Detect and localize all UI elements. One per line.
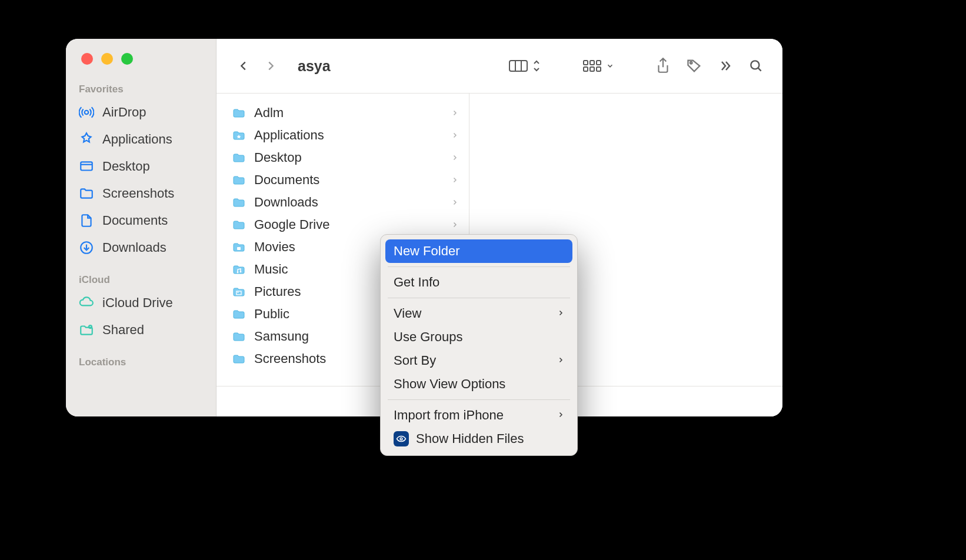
folder-icon	[231, 218, 247, 232]
svg-rect-9	[590, 61, 594, 65]
more-button[interactable]	[713, 55, 738, 76]
minimize-button[interactable]	[101, 53, 113, 65]
shared-folder-icon	[79, 322, 94, 338]
folder-icon	[231, 240, 247, 254]
document-icon	[79, 213, 94, 228]
traffic-lights	[66, 53, 216, 84]
menu-item[interactable]: New Folder	[385, 239, 572, 263]
svg-line-16	[758, 68, 761, 71]
toolbar: asya	[216, 39, 782, 93]
svg-rect-5	[509, 61, 527, 71]
folder-icon	[231, 106, 247, 120]
apps-icon	[79, 132, 94, 147]
chevron-right-icon	[451, 219, 458, 230]
zoom-button[interactable]	[121, 53, 133, 65]
svg-point-18	[237, 272, 239, 274]
menu-item[interactable]: Import from iPhone	[385, 404, 572, 427]
svg-rect-8	[584, 61, 588, 65]
folder-icon	[79, 186, 94, 201]
menu-item-label: Show View Options	[394, 376, 505, 392]
file-row[interactable]: Applications	[222, 124, 463, 146]
sidebar-item-label: Downloads	[102, 240, 166, 255]
file-row[interactable]: Downloads	[222, 191, 463, 214]
submenu-arrow-icon	[557, 306, 564, 321]
folder-icon	[231, 352, 247, 366]
folder-icon	[231, 262, 247, 276]
context-menu: New FolderGet InfoView Use GroupsSort By…	[380, 234, 578, 456]
svg-point-0	[85, 111, 89, 115]
tags-button[interactable]	[681, 55, 707, 76]
chevron-left-icon	[237, 57, 250, 75]
tag-icon	[686, 58, 702, 74]
downloads-icon	[79, 240, 94, 255]
svg-point-19	[240, 271, 242, 273]
sidebar: Favorites AirDrop Applications Desktop S…	[66, 39, 216, 416]
sidebar-item-label: Desktop	[102, 159, 150, 174]
sidebar-item-downloads[interactable]: Downloads	[66, 234, 216, 261]
file-name: Documents	[254, 172, 444, 188]
forward-button[interactable]	[260, 55, 281, 76]
folder-icon	[231, 195, 247, 209]
svg-point-22	[400, 438, 402, 440]
eye-icon	[394, 431, 409, 446]
file-row[interactable]: Documents	[222, 169, 463, 191]
desktop-icon	[79, 159, 94, 174]
svg-rect-13	[597, 67, 601, 71]
file-name: Desktop	[254, 150, 444, 165]
sidebar-item-documents[interactable]: Documents	[66, 207, 216, 234]
chevron-down-icon	[606, 62, 614, 70]
sidebar-item-applications[interactable]: Applications	[66, 126, 216, 153]
menu-item[interactable]: Show View Options	[385, 372, 572, 396]
menu-item-label: Show Hidden Files	[416, 431, 524, 446]
search-button[interactable]	[744, 55, 768, 76]
sidebar-item-label: AirDrop	[102, 105, 146, 120]
menu-item[interactable]: View	[385, 302, 572, 325]
svg-rect-1	[81, 162, 92, 170]
svg-rect-12	[590, 67, 594, 71]
share-button[interactable]	[651, 55, 675, 76]
chevron-right-icon	[451, 108, 458, 118]
chevrons-right-icon	[718, 59, 733, 73]
window-title: asya	[298, 58, 331, 75]
sidebar-item-label: Documents	[102, 213, 168, 228]
folder-icon	[231, 151, 247, 165]
back-button[interactable]	[233, 55, 254, 76]
menu-item-label: Get Info	[394, 275, 439, 290]
sidebar-item-airdrop[interactable]: AirDrop	[66, 99, 216, 126]
menu-item[interactable]: Use Groups	[385, 325, 572, 349]
view-mode-button[interactable]	[504, 55, 546, 76]
menu-item-label: Use Groups	[394, 329, 462, 345]
close-button[interactable]	[81, 53, 93, 65]
file-row[interactable]: Google Drive	[222, 214, 463, 236]
sidebar-section-title: iCloud	[66, 274, 216, 289]
grid-icon	[582, 59, 602, 73]
chevron-right-icon	[264, 57, 277, 75]
file-name: Applications	[254, 128, 444, 143]
sidebar-item-label: iCloud Drive	[102, 295, 173, 311]
sidebar-item-icloud-drive[interactable]: iCloud Drive	[66, 289, 216, 316]
svg-rect-10	[597, 61, 601, 65]
group-button[interactable]	[578, 55, 619, 76]
file-row[interactable]: Desktop	[222, 146, 463, 169]
svg-rect-17	[237, 247, 241, 250]
folder-icon	[231, 329, 247, 344]
sidebar-item-desktop[interactable]: Desktop	[66, 153, 216, 180]
submenu-arrow-icon	[557, 408, 564, 423]
menu-item-label: View	[394, 306, 421, 321]
sidebar-section-title: Locations	[66, 356, 216, 372]
file-name: Google Drive	[254, 217, 444, 232]
menu-item[interactable]: Sort By	[385, 349, 572, 372]
sidebar-item-label: Applications	[102, 132, 172, 147]
sidebar-item-shared[interactable]: Shared	[66, 316, 216, 344]
file-row[interactable]: Adlm	[222, 102, 463, 124]
icloud-icon	[79, 295, 94, 311]
sidebar-item-screenshots[interactable]: Screenshots	[66, 180, 216, 207]
chevron-right-icon	[451, 152, 458, 163]
folder-icon	[231, 173, 247, 187]
up-down-chevron-icon	[532, 58, 541, 74]
menu-separator	[388, 399, 570, 400]
menu-item[interactable]: Show Hidden Files	[385, 427, 572, 451]
svg-point-14	[690, 62, 692, 64]
chevron-right-icon	[451, 197, 458, 208]
menu-item[interactable]: Get Info	[385, 271, 572, 294]
